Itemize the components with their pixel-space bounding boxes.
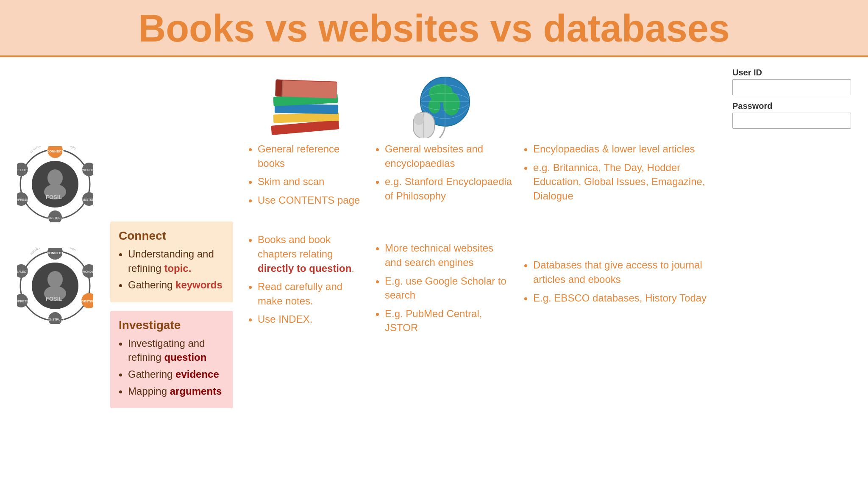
globe-icon [409,74,477,138]
user-id-label: User ID [732,68,851,77]
databases-connect-item-1: Encylopaedias & lower level articles [533,142,715,156]
investigate-bold-3: arguments [170,385,222,397]
fosil-connect-diagram: FOSIL CONNECT WONDER INVESTIGATE CONSTRU… [17,146,93,222]
svg-text:EXPRESS: EXPRESS [17,300,28,303]
connect-bold-2: keywords [175,279,223,291]
login-form: User ID Password [732,68,851,135]
databases-icon-placeholder [521,70,715,142]
svg-rect-42 [281,80,337,99]
password-label: Password [732,101,851,111]
svg-text:INVESTIGATE: INVESTIGATE [79,300,93,303]
connect-item-1: Understanding and refining topic. [128,247,225,275]
books-investigate-item-1: Books and book chapters relating directl… [258,232,364,275]
connect-title: Connect [119,229,225,243]
investigate-title: Investigate [119,318,225,332]
databases-investigate-section: Databases that give access to journal ar… [521,258,715,309]
websites-connect-item-2: e.g. Stanford Encyclopaedia of Philosoph… [385,174,513,203]
books-connect-item-3: Use CONTENTS page [258,193,364,208]
websites-investigate-item-2: E.g. use Google Scholar to search [385,274,513,302]
books-connect-item-1: General reference books [258,142,364,170]
websites-connect-item-1: General websites and encyclopaedias [385,142,513,170]
boxes-column: Connect Understanding and refining topic… [110,70,233,476]
databases-connect-item-2: e.g. Britannica, The Day, Hodder Educati… [533,160,715,203]
investigate-list: Investigating and refining question Gath… [119,336,225,398]
connect-item-2: Gathering keywords [128,278,225,292]
user-id-input[interactable] [732,79,851,95]
websites-connect-section: General websites and encyclopaedias e.g.… [373,142,513,207]
svg-text:REFLECT: REFLECT [17,270,28,273]
investigate-bold-2: evidence [175,368,219,380]
databases-connect-section: Encylopaedias & lower level articles e.g… [521,142,715,207]
page-title: Books vs websites vs databases [17,8,851,50]
websites-investigate-item-3: E.g. PubMed Central, JSTOR [385,307,513,335]
svg-text:FOSIL: FOSIL [46,194,62,200]
websites-column: General websites and encyclopaedias e.g.… [364,70,513,476]
svg-point-45 [443,92,460,116]
databases-investigate-item-1: Databases that give access to journal ar… [533,258,715,286]
databases-investigate-list: Databases that give access to journal ar… [521,258,715,305]
databases-connect-list: Encylopaedias & lower level articles e.g… [521,142,715,203]
websites-content: General websites and encyclopaedias e.g.… [373,142,513,339]
books-connect-item-2: Skim and scan [258,174,364,189]
page-header: Books vs websites vs databases [0,0,868,57]
investigate-bold-1: question [164,351,206,363]
svg-text:CONNECT: CONNECT [47,149,64,153]
books-investigate-item-3: Use INDEX. [258,312,364,327]
investigate-item-2: Gathering evidence [128,367,225,382]
connect-box: Connect Understanding and refining topic… [110,221,233,302]
websites-connect-list: General websites and encyclopaedias e.g.… [373,142,513,203]
books-column: General reference books Skim and scan Us… [233,70,364,476]
books-investigate-section: Books and book chapters relating directl… [246,232,364,331]
svg-text:CONSTRUCT: CONSTRUCT [46,318,65,321]
svg-text:REFLECT: REFLECT [17,169,28,172]
svg-rect-55 [414,113,424,125]
connect-list: Understanding and refining topic. Gather… [119,247,225,292]
investigate-item-3: Mapping arguments [128,384,225,398]
svg-point-46 [428,98,440,113]
svg-text:WONDER: WONDER [82,169,93,172]
svg-text:EXPRESS: EXPRESS [17,198,28,201]
websites-investigate-list: More technical websites and search engin… [373,241,513,335]
fosil-column: FOSIL CONNECT WONDER INVESTIGATE CONSTRU… [17,70,110,476]
svg-point-2 [47,169,63,186]
svg-text:INVESTIGATE: INVESTIGATE [79,198,93,201]
websites-icon-container [373,70,513,142]
books-connect-section: General reference books Skim and scan Us… [246,142,364,211]
password-input[interactable] [732,113,851,129]
databases-investigate-item-2: E.g. EBSCO databases, History Today [533,291,715,305]
books-connect-list: General reference books Skim and scan Us… [246,142,364,207]
connect-bold-1: topic. [164,263,191,274]
books-investigate-item-2: Read carefully and make notes. [258,279,364,308]
books-icon-container [246,70,364,142]
svg-point-20 [47,271,63,288]
investigate-item-1: Investigating and refining question [128,336,225,365]
books-content: General reference books Skim and scan Us… [246,142,364,331]
fosil-investigate-diagram: FOSIL CONNECT WONDER INVESTIGATE CONSTRU… [17,248,93,324]
svg-text:CONSTRUCT: CONSTRUCT [46,216,65,219]
databases-content: Encylopaedias & lower level articles e.g… [521,142,715,309]
svg-text:CONNECT: CONNECT [47,251,64,255]
svg-text:WONDER: WONDER [82,270,93,273]
investigate-box: Investigate Investigating and refining q… [110,311,233,408]
book-stack-icon [263,72,348,140]
websites-investigate-section: More technical websites and search engin… [373,241,513,339]
books-investigate-list: Books and book chapters relating directl… [246,232,364,327]
websites-investigate-item-1: More technical websites and search engin… [385,241,513,269]
svg-text:FOSIL: FOSIL [46,296,62,302]
